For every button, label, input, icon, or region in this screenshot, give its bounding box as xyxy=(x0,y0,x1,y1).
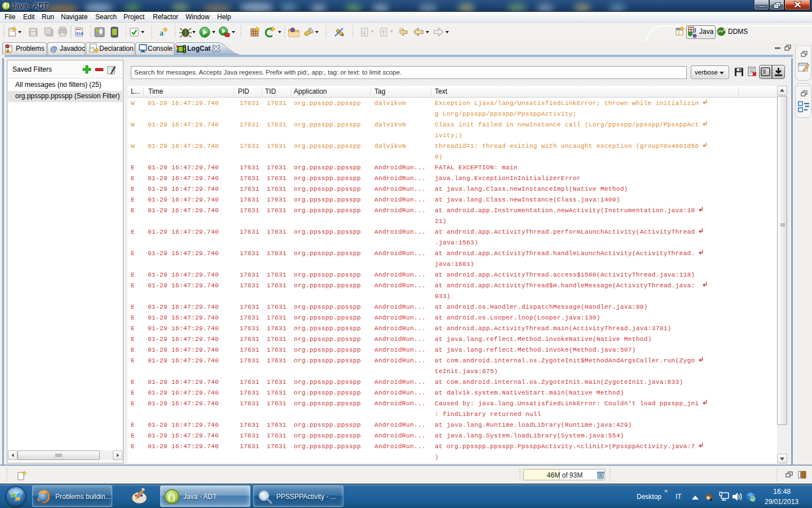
svg-text:a: a xyxy=(160,29,164,37)
svg-text:!: ! xyxy=(7,50,8,53)
svg-text:{}: {} xyxy=(167,493,176,502)
svg-text:J: J xyxy=(693,27,696,34)
svg-text:010: 010 xyxy=(76,32,83,36)
